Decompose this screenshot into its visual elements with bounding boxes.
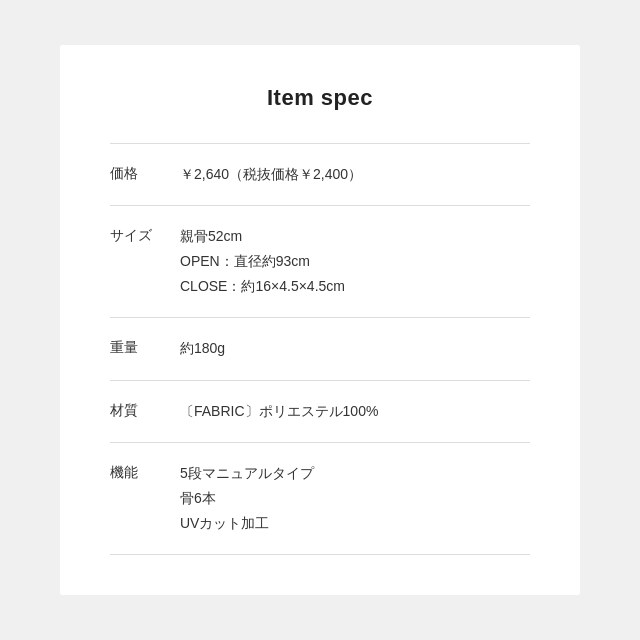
spec-row-price: 価格￥2,640（税抜価格￥2,400） (110, 143, 530, 206)
spec-label-material: 材質 (110, 399, 180, 421)
spec-value-material: 〔FABRIC〕ポリエステル100% (180, 399, 530, 424)
spec-value-line: 5段マニュアルタイプ (180, 461, 530, 486)
spec-label-size: サイズ (110, 224, 180, 246)
spec-value-line: 約180g (180, 336, 530, 361)
spec-label-function: 機能 (110, 461, 180, 483)
spec-value-function: 5段マニュアルタイプ骨6本UVカット加工 (180, 461, 530, 537)
spec-row-size: サイズ親骨52cmOPEN：直径約93cmCLOSE：約16×4.5×4.5cm (110, 206, 530, 319)
spec-value-line: 〔FABRIC〕ポリエステル100% (180, 399, 530, 424)
spec-value-size: 親骨52cmOPEN：直径約93cmCLOSE：約16×4.5×4.5cm (180, 224, 530, 300)
spec-value-line: CLOSE：約16×4.5×4.5cm (180, 274, 530, 299)
spec-label-price: 価格 (110, 162, 180, 184)
spec-row-material: 材質〔FABRIC〕ポリエステル100% (110, 381, 530, 443)
spec-value-line: ￥2,640（税抜価格￥2,400） (180, 162, 530, 187)
spec-value-price: ￥2,640（税抜価格￥2,400） (180, 162, 530, 187)
spec-row-weight: 重量約180g (110, 318, 530, 380)
spec-value-line: 骨6本 (180, 486, 530, 511)
card-title: Item spec (110, 85, 530, 111)
spec-value-weight: 約180g (180, 336, 530, 361)
spec-label-weight: 重量 (110, 336, 180, 358)
spec-row-function: 機能5段マニュアルタイプ骨6本UVカット加工 (110, 443, 530, 556)
spec-value-line: OPEN：直径約93cm (180, 249, 530, 274)
spec-value-line: UVカット加工 (180, 511, 530, 536)
spec-value-line: 親骨52cm (180, 224, 530, 249)
item-spec-card: Item spec 価格￥2,640（税抜価格￥2,400）サイズ親骨52cmO… (60, 45, 580, 596)
